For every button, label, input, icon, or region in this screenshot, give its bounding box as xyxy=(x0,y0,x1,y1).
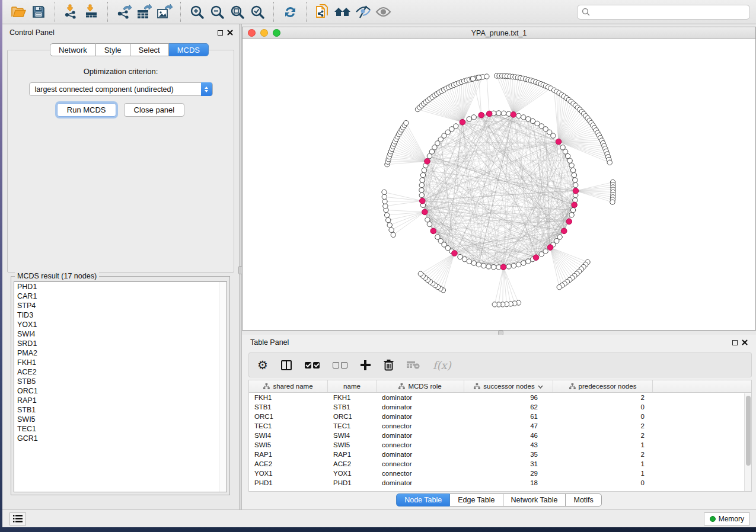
mcds-hub-node[interactable] xyxy=(566,219,572,225)
cell-predecessor-nodes[interactable]: 1 xyxy=(553,460,653,467)
cell-shared-name[interactable]: ACE2 xyxy=(249,460,328,467)
column-header-successor-nodes[interactable]: successor nodes xyxy=(464,380,553,392)
cell-successor-nodes[interactable]: 61 xyxy=(464,413,553,420)
mcds-hub-node[interactable] xyxy=(573,188,579,194)
mcds-result-item[interactable]: PHD1 xyxy=(14,282,227,291)
float-panel-icon[interactable] xyxy=(218,30,223,36)
cell-name[interactable]: STB1 xyxy=(328,403,377,411)
mcds-hub-node[interactable] xyxy=(486,111,492,117)
mcds-hub-node[interactable] xyxy=(511,112,516,118)
import-network-icon[interactable] xyxy=(61,2,81,21)
cell-predecessor-nodes[interactable]: 2 xyxy=(553,451,653,458)
table-settings-icon[interactable]: ⚙ xyxy=(257,359,268,371)
zoom-in-icon[interactable] xyxy=(187,2,207,21)
cell-predecessor-nodes[interactable]: 1 xyxy=(553,470,653,477)
save-session-icon[interactable] xyxy=(28,2,49,21)
mcds-hub-node[interactable] xyxy=(430,228,436,234)
table-row[interactable]: PHD1PHD1dominator180 xyxy=(249,478,751,488)
tab-style[interactable]: Style xyxy=(96,43,130,56)
cell-MCDS-role[interactable]: dominator xyxy=(377,394,464,401)
network-overview-icon[interactable] xyxy=(333,2,353,21)
zoom-selected-icon[interactable] xyxy=(247,2,267,21)
cell-successor-nodes[interactable]: 29 xyxy=(464,470,553,477)
tab-motifs[interactable]: Motifs xyxy=(566,493,601,507)
mcds-result-item[interactable]: ORC1 xyxy=(14,386,227,396)
select-all-icon[interactable] xyxy=(305,362,320,368)
cell-MCDS-role[interactable]: connector xyxy=(377,422,464,430)
mcds-result-item[interactable]: YOX1 xyxy=(14,320,227,329)
cell-shared-name[interactable]: FKH1 xyxy=(249,394,328,401)
cell-name[interactable]: YOX1 xyxy=(328,470,377,477)
mcds-result-item[interactable]: GCR1 xyxy=(14,434,227,443)
mcds-hub-node[interactable] xyxy=(500,264,506,270)
cell-predecessor-nodes[interactable]: 2 xyxy=(553,394,653,401)
table-scrollbar[interactable] xyxy=(744,393,751,491)
optimization-criterion-select[interactable]: largest connected component (undirected) xyxy=(29,82,213,96)
float-table-panel-icon[interactable] xyxy=(732,340,738,345)
refresh-icon[interactable] xyxy=(280,2,300,21)
mcds-hub-node[interactable] xyxy=(533,255,539,261)
zoom-out-icon[interactable] xyxy=(207,2,227,21)
table-row[interactable]: ACE2ACE2connector311 xyxy=(249,459,751,469)
run-mcds-button[interactable]: Run MCDS xyxy=(57,103,116,117)
cell-shared-name[interactable]: STB1 xyxy=(249,403,328,411)
mcds-hub-node[interactable] xyxy=(419,198,425,204)
import-table-icon[interactable] xyxy=(81,2,101,21)
task-history-button[interactable] xyxy=(9,512,26,525)
network-canvas[interactable] xyxy=(243,39,755,330)
cell-predecessor-nodes[interactable]: 2 xyxy=(553,422,653,430)
mcds-result-item[interactable]: SRD1 xyxy=(14,339,227,348)
column-header-predecessor-nodes[interactable]: predecessor nodes xyxy=(553,380,653,392)
cell-shared-name[interactable]: TEC1 xyxy=(249,422,328,430)
table-row[interactable]: FKH1FKH1dominator962 xyxy=(249,393,751,402)
cell-MCDS-role[interactable]: dominator xyxy=(377,403,464,411)
table-row[interactable]: YOX1YOX1connector291 xyxy=(249,469,751,478)
mcds-hub-node[interactable] xyxy=(572,202,578,208)
mcds-result-item[interactable]: RAP1 xyxy=(14,396,227,405)
mcds-result-item[interactable]: SWI4 xyxy=(14,329,227,339)
cell-name[interactable]: TEC1 xyxy=(328,422,377,430)
column-header-name[interactable]: name xyxy=(328,380,377,392)
cell-predecessor-nodes[interactable]: 0 xyxy=(553,413,653,420)
cell-predecessor-nodes[interactable]: 0 xyxy=(553,403,653,411)
tab-mcds[interactable]: MCDS xyxy=(169,43,209,56)
network-graph[interactable] xyxy=(243,39,755,330)
cell-MCDS-role[interactable]: dominator xyxy=(377,432,464,439)
table-row[interactable]: ORC1ORC1dominator610 xyxy=(249,412,751,421)
mcds-hub-node[interactable] xyxy=(452,251,458,257)
tab-node-table[interactable]: Node Table xyxy=(396,493,450,507)
table-row[interactable]: STB1STB1dominator620 xyxy=(249,402,751,412)
cell-name[interactable]: SWI5 xyxy=(328,441,377,448)
mcds-result-item[interactable]: SWI5 xyxy=(14,415,227,424)
cell-name[interactable]: RAP1 xyxy=(328,451,377,458)
add-column-icon[interactable] xyxy=(361,360,371,370)
clone-network-icon[interactable] xyxy=(312,2,333,21)
cell-MCDS-role[interactable]: dominator xyxy=(377,479,464,486)
cell-name[interactable]: ORC1 xyxy=(328,413,377,420)
memory-button[interactable]: Memory xyxy=(704,512,750,525)
cell-MCDS-role[interactable]: connector xyxy=(377,460,464,467)
cell-predecessor-nodes[interactable]: 0 xyxy=(553,479,653,486)
cell-shared-name[interactable]: SWI4 xyxy=(249,432,328,439)
cell-shared-name[interactable]: ORC1 xyxy=(249,413,328,420)
cell-successor-nodes[interactable]: 62 xyxy=(464,403,553,411)
cell-shared-name[interactable]: YOX1 xyxy=(249,470,328,477)
export-network-icon[interactable] xyxy=(114,2,134,21)
mcds-hub-node[interactable] xyxy=(547,245,553,251)
table-row[interactable]: RAP1RAP1dominator352 xyxy=(249,450,751,459)
cell-name[interactable]: SWI4 xyxy=(328,432,377,439)
cell-name[interactable]: FKH1 xyxy=(328,394,377,401)
column-header-shared-name[interactable]: shared name xyxy=(249,380,328,392)
show-details-icon[interactable] xyxy=(373,2,393,21)
cell-shared-name[interactable]: RAP1 xyxy=(249,451,328,458)
tab-network-table[interactable]: Network Table xyxy=(503,493,566,507)
mcds-hub-node[interactable] xyxy=(460,119,465,125)
cell-successor-nodes[interactable]: 31 xyxy=(464,460,553,467)
cell-successor-nodes[interactable]: 43 xyxy=(464,441,553,448)
tab-network[interactable]: Network xyxy=(50,43,96,56)
mcds-result-item[interactable]: PMA2 xyxy=(14,348,227,358)
mcds-hub-node[interactable] xyxy=(561,228,567,234)
cell-successor-nodes[interactable]: 35 xyxy=(464,451,553,458)
close-panel-icon[interactable] xyxy=(227,30,233,36)
cell-MCDS-role[interactable]: dominator xyxy=(377,413,464,420)
